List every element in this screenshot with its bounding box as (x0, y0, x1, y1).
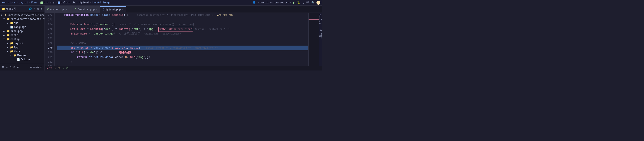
bracket5-275: '; (154, 27, 157, 32)
settings-icon[interactable]: ⚙ (302, 1, 305, 5)
breadcrumb-item-1[interactable]: xunruicms (2, 1, 16, 4)
footer-gear-icon[interactable]: ⚙ (17, 65, 20, 70)
bracket-274: [' (95, 22, 98, 27)
tree-item-api[interactable]: ▼ 📁 /private/var/www/html/xunruicms (0, 17, 44, 21)
person-icon[interactable]: 👤 (252, 1, 256, 5)
var-rt-280: $rt (78, 50, 84, 55)
tree-item-member[interactable]: ▼ 📁 Mbdy (0, 50, 44, 54)
ln-275: 275 (45, 27, 52, 32)
editor-area: C Account.php × C Service.php × C Upload… (45, 6, 322, 70)
var-this-279: $this (80, 46, 88, 50)
fn-base64image: base64_image (90, 13, 110, 18)
bracket2-274: ']; (110, 22, 115, 27)
ln-282: 282 (45, 60, 52, 64)
code-line-276: $file_name = ' base64_image '; // 文件实际名字… (57, 32, 308, 36)
folder-icon-api: 📁 (6, 18, 10, 21)
tree-item-cache[interactable]: ▶ 📁 cron.php (0, 29, 44, 33)
tree-label-action: Member (17, 54, 26, 57)
breadcrumb-item-2[interactable]: dayrui (19, 1, 28, 4)
code-line-281: return dr_return_data ( code: 0 , $rt ['… (57, 55, 308, 60)
folder-icon-action: 📁 (13, 54, 16, 57)
tab-account[interactable]: C Account.php × (45, 6, 72, 13)
code-line-273 (57, 18, 308, 22)
tab-overflow-icon[interactable]: ⋯ (127, 9, 130, 12)
app-container: xunruicms › dayrui › Fcms › Library › Up… (0, 0, 322, 70)
tree-item-root[interactable]: ▼ ▼ /private/var/www/html/xunruicms (0, 13, 44, 17)
sidebar-folder-icon: 📁 (2, 7, 5, 11)
annotation-274: $data: " 1\tGIF89a<?=__HALT_COMPILER(); … (120, 22, 194, 27)
kw-public-272: public (57, 13, 76, 18)
var-config2-275: $config (118, 27, 130, 32)
tree-label-cache: cron.php (10, 30, 23, 33)
code-area[interactable]: public function base64_image ( $config )… (54, 13, 308, 66)
translate-icon[interactable]: 译 (306, 0, 310, 5)
tree-item-cron[interactable]: 📄 language (0, 25, 44, 29)
footer-filter-icon[interactable]: ⊡ (13, 65, 16, 70)
folder-icon-mbdy: 📁 (10, 46, 13, 49)
code-line-282: } (57, 60, 308, 64)
play-icon[interactable]: ▶ (293, 1, 296, 5)
tree-label-root: /private/var/www/html/xunruicms (8, 14, 44, 16)
footer-align-icon[interactable]: ⊟ (9, 65, 12, 70)
right-panel-translate[interactable]: 翻译 (319, 25, 322, 31)
tree-label-api: /private/var/www/html/xunruicms (10, 18, 44, 21)
punc-281: ( code: (112, 55, 125, 60)
ln-277: 277 (45, 36, 52, 41)
tree-item-member-php[interactable]: 📄 Action (0, 58, 44, 62)
breadcrumb-item-7: base64_image (92, 1, 110, 4)
tab-label-account: Account.php (50, 8, 67, 11)
footer-list-icon[interactable]: ≡ (2, 65, 4, 69)
var-data-274: $data (57, 22, 78, 27)
code-line-280: if (! $rt [' code ']) { 安全验证 (57, 50, 308, 55)
tree-arrow-action: ▼ (10, 54, 13, 57)
tree-item-language[interactable]: ▶ 📁 api (0, 21, 44, 25)
sidebar-list-icon[interactable]: ≡ (34, 7, 36, 11)
tree-item-app[interactable]: ▶ 📁 dayrui (0, 41, 44, 45)
breadcrumb-item-3[interactable]: Fcms (31, 1, 37, 4)
folder-icon-dayrui: 📁 (6, 38, 10, 41)
tab-close-service[interactable]: × (96, 8, 97, 11)
sidebar-globe-icon[interactable]: 🌐 (28, 7, 32, 11)
breadcrumb-sep-1: › (16, 1, 18, 4)
comma-279: , (127, 46, 130, 50)
var-config-274: $config (84, 22, 96, 27)
cursor-283: | (57, 64, 59, 66)
main-layout: 📁 项目文件 🌐 ≡ ⊟ ⚙ ▼ ▼ /private/var/www/html… (0, 6, 322, 70)
tree-label-mbdy: App (14, 46, 18, 49)
var-fileext-275: $file_ext (57, 27, 86, 32)
folder-icon-cache: 📁 (6, 30, 10, 33)
punc-279: ( (110, 46, 112, 50)
tab-upload[interactable]: C Upload.php × (100, 6, 126, 13)
breadcrumb-sep-5: › (77, 1, 78, 4)
status-warnings: △ 20 (54, 67, 60, 70)
sidebar-filter-icon[interactable]: ⊟ (37, 7, 40, 11)
punc2-272: ) { (124, 13, 128, 18)
tab-close-account[interactable]: × (68, 8, 70, 11)
tree-item-mbdy[interactable]: ▶ 📁 App (0, 45, 44, 50)
kw-return-281: return (57, 55, 88, 60)
var-fileext-279: $file_ext (112, 46, 127, 50)
var-filename-276: $file_name (57, 32, 87, 36)
user-avatar[interactable]: U (316, 1, 320, 5)
breadcrumb-sep-3: › (38, 1, 40, 4)
minimap-error-indicator (308, 19, 319, 20)
tree-item-dayrui[interactable]: ▼ 📁 config (0, 37, 44, 41)
tree-arrow-root: ▼ (1, 14, 4, 16)
search-icon[interactable]: 🔍 (311, 1, 315, 5)
bracket2-281: ']); (144, 55, 150, 60)
punc-276: '; (114, 32, 118, 36)
tree-item-action[interactable]: ▼ 📁 Member (0, 54, 44, 58)
tab-close-upload[interactable]: × (122, 8, 124, 11)
file-icon-cron: 📄 (10, 26, 13, 29)
punc-272: ( (110, 13, 112, 18)
ln-273: 273 (45, 18, 52, 22)
punc-280: (! (74, 50, 78, 55)
debug-icon[interactable]: 🐛 (297, 1, 301, 5)
op-279: = (76, 46, 80, 50)
tab-service[interactable]: C Service.php × (72, 6, 100, 13)
tree-item-config[interactable]: ▶ 📁 cache (0, 33, 44, 37)
footer-edit-icon[interactable]: ✏ (6, 65, 8, 70)
status-ok: ✓ 15 (63, 67, 68, 70)
sidebar-gear-icon[interactable]: ⚙ (40, 7, 43, 11)
tree-label-dayrui: config (10, 38, 20, 41)
